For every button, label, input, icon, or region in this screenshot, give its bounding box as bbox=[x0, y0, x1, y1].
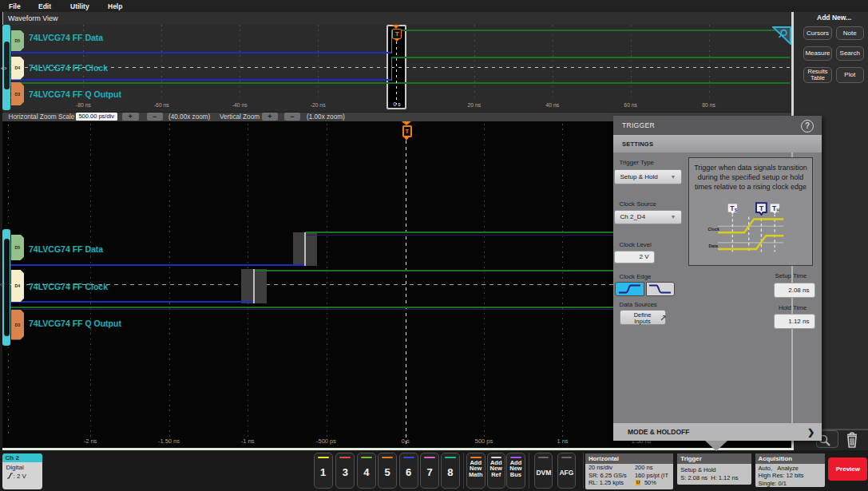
svg-text:H: H bbox=[777, 208, 780, 212]
svg-text:T: T bbox=[759, 204, 764, 212]
svg-text:Data: Data bbox=[708, 244, 719, 248]
svg-text:Clock: Clock bbox=[707, 227, 719, 232]
